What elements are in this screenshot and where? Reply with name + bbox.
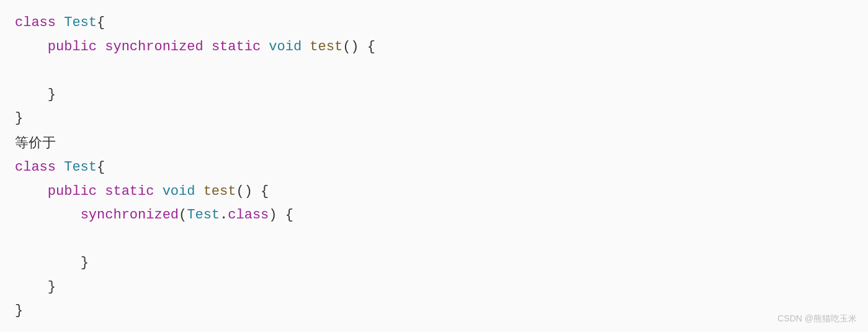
type-name: Test	[64, 159, 97, 175]
keyword-class-ref: class	[228, 207, 269, 223]
brace: }	[81, 255, 89, 271]
keyword-static: static	[212, 39, 261, 55]
brace: {	[97, 15, 105, 30]
brace: }	[48, 87, 56, 102]
parens: ()	[236, 184, 252, 199]
brace: }	[15, 110, 23, 126]
keyword-public: public	[48, 39, 97, 55]
keyword-public: public	[48, 184, 97, 199]
keyword-class: class	[15, 159, 56, 175]
brace: }	[48, 279, 56, 295]
type-name: Test	[187, 207, 220, 223]
keyword-void: void	[269, 39, 302, 55]
method-name: test	[204, 184, 236, 199]
keyword-class: class	[15, 15, 56, 30]
keyword-static: static	[105, 184, 154, 199]
brace: {	[261, 184, 269, 199]
open-paren: (	[179, 207, 187, 223]
parens: ()	[342, 39, 359, 55]
brace: {	[367, 39, 375, 55]
brace: {	[285, 207, 293, 223]
close-paren: )	[269, 207, 277, 223]
keyword-void: void	[163, 184, 195, 199]
separator-text: 等价于	[15, 135, 56, 150]
brace: {	[97, 159, 105, 175]
brace: }	[15, 303, 23, 318]
method-name: test	[310, 39, 342, 55]
keyword-synchronized: synchronized	[105, 39, 203, 55]
type-name: Test	[64, 15, 97, 30]
dot: .	[220, 207, 228, 223]
keyword-synchronized: synchronized	[81, 207, 179, 223]
code-block: class Test{ public synchronized static v…	[15, 11, 853, 323]
